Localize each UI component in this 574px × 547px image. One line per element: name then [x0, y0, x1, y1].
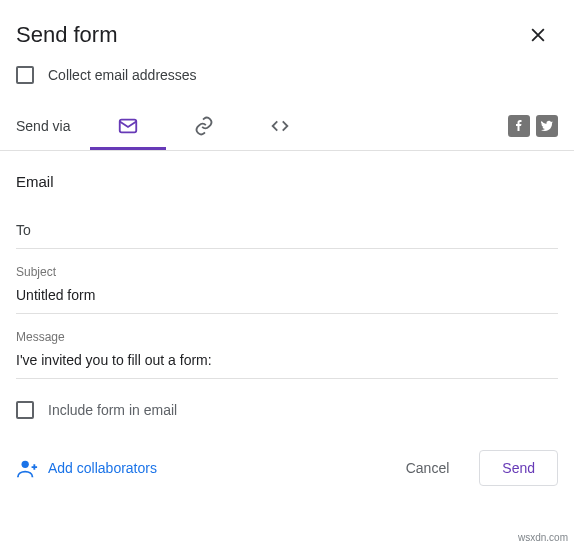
tab-email[interactable]	[90, 102, 166, 150]
facebook-share-button[interactable]	[508, 115, 530, 137]
tab-embed[interactable]	[242, 102, 318, 150]
facebook-icon	[513, 120, 525, 132]
include-form-label: Include form in email	[48, 402, 177, 418]
send-button[interactable]: Send	[479, 450, 558, 486]
watermark: wsxdn.com	[518, 532, 568, 543]
link-icon	[193, 115, 215, 137]
close-button[interactable]	[526, 23, 550, 47]
message-label: Message	[16, 330, 558, 344]
collect-emails-label: Collect email addresses	[48, 67, 197, 83]
collect-emails-checkbox[interactable]	[16, 66, 34, 84]
cancel-button[interactable]: Cancel	[384, 451, 472, 485]
send-via-label: Send via	[16, 118, 70, 134]
include-form-checkbox[interactable]	[16, 401, 34, 419]
tab-link[interactable]	[166, 102, 242, 150]
svg-point-1	[22, 461, 29, 468]
message-field[interactable]	[16, 350, 558, 370]
dialog-title: Send form	[16, 22, 118, 48]
subject-field[interactable]	[16, 285, 558, 305]
add-collaborators-label: Add collaborators	[48, 460, 157, 476]
subject-label: Subject	[16, 265, 558, 279]
code-icon	[269, 115, 291, 137]
twitter-icon	[541, 120, 553, 132]
add-collaborators-button[interactable]: Add collaborators	[16, 449, 157, 487]
to-field[interactable]	[16, 220, 558, 240]
email-section-label: Email	[16, 151, 558, 204]
close-icon	[528, 25, 548, 45]
add-person-icon	[16, 457, 38, 479]
twitter-share-button[interactable]	[536, 115, 558, 137]
mail-icon	[117, 115, 139, 137]
